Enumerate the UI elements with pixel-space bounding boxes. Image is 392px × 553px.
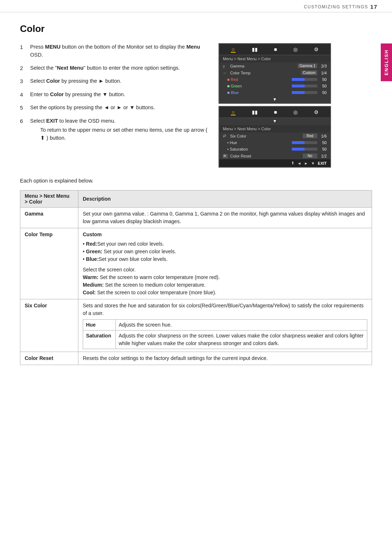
osd-left-nav-icon: ◄ xyxy=(297,161,301,165)
table-desc-colortemp: Custom • Red:Set your own red color leve… xyxy=(78,228,372,299)
osd-down-arrow-icon: ▼ xyxy=(273,97,277,102)
osd2-settings-icon: ⚙ xyxy=(314,109,319,115)
table-desc-gamma: Set your own gamma value. : Gamma 0, Gam… xyxy=(78,208,372,228)
step-subtext: To return to the upper menu or set other… xyxy=(40,126,208,142)
osd-top-bar-1: ☼ ▮▮ ■ ◎ ⚙ xyxy=(219,44,330,55)
table-row-sixcolor: Six Color Sets and stores the hue and sa… xyxy=(20,299,372,352)
step-3: 3 Select Color by pressing the ► button. xyxy=(20,77,208,86)
osd1-green-row: ■ Green 50 xyxy=(219,83,330,89)
osd-up-nav-icon: ⬆ xyxy=(291,161,294,165)
nested-saturation-value: Adjusts the color sharpness on the scree… xyxy=(116,331,367,349)
osd-right-nav-icon: ► xyxy=(304,161,308,165)
language-tab: ENGLISH xyxy=(381,44,392,81)
step-1: 1 Press MENU button on the bottom of the… xyxy=(20,43,208,59)
osd1-breadcrumb: Menu > Next Menu > Color xyxy=(219,55,330,62)
options-table: Menu > Next Menu > Color Description Gam… xyxy=(20,190,372,365)
step-6: 6 Select EXIT to leave the OSD menu. To … xyxy=(20,117,208,142)
osd2-sixcolor-row: ⇄ Six Color Red 1/6 xyxy=(219,132,330,139)
osd2-up-divider: ▲ xyxy=(219,118,330,125)
screenshot-column: ☼ ▮▮ ■ ◎ ⚙ Menu > Next Menu > Color γ Ga… xyxy=(219,43,372,168)
osd-screen-2: ☼ ▮▮ ■ ◎ ⚙ ▲ Menu > Next Menu > Color ⇄ … xyxy=(219,106,331,168)
osd1-divider: ▼ xyxy=(219,96,330,103)
table-col2-header: Description xyxy=(78,191,372,208)
osd1-blue-row: ■ Blue 50 xyxy=(219,89,330,96)
osd-target-icon: ◎ xyxy=(293,46,298,52)
table-row-colortemp: Color Temp Custom • Red:Set your own red… xyxy=(20,228,372,299)
osd-top-bar-2: ☼ ▮▮ ■ ◎ ⚙ xyxy=(219,107,330,118)
table-menu-gamma: Gamma xyxy=(20,208,78,228)
nested-hue-label: Hue xyxy=(83,320,116,331)
osd-brightness-icon: ☼ xyxy=(231,46,236,53)
table-desc-sixcolor: Sets and stores the hue and saturation f… xyxy=(78,299,372,352)
nested-hue-value: Adjusts the screen hue. xyxy=(116,320,367,331)
table-row-colorreset: Color Reset Resets the color settings to… xyxy=(20,352,372,365)
osd-down-nav-icon: ▼ xyxy=(311,161,315,165)
table-row-saturation: Saturation Adjusts the color sharpness o… xyxy=(83,331,367,349)
instructions-column: 1 Press MENU button on the bottom of the… xyxy=(20,43,208,168)
nested-saturation-label: Saturation xyxy=(83,331,116,349)
osd-menu-icon: ▮▮ xyxy=(252,46,258,52)
section-title: CUSTOMIZING SETTINGS xyxy=(304,4,368,9)
step-4: 4 Enter to Color by pressing the ▼ butto… xyxy=(20,91,208,99)
table-col1-header: Menu > Next Menu > Color xyxy=(20,191,78,208)
two-column-layout: 1 Press MENU button on the bottom of the… xyxy=(20,43,372,168)
osd2-hue-row: • Hue 50 xyxy=(219,139,330,146)
step-2: 2 Select the "Next Menu" button to enter… xyxy=(20,64,208,73)
table-row-gamma: Gamma Set your own gamma value. : Gamma … xyxy=(20,208,372,228)
osd1-gamma-row: γ Gamma Gamma 1 2/3 xyxy=(219,62,330,69)
steps-list: 1 Press MENU button on the bottom of the… xyxy=(20,43,208,142)
osd2-breadcrumb: Menu > Next Menu > Color xyxy=(219,125,330,132)
osd-up-arrow-icon: ▲ xyxy=(273,119,277,124)
osd-screen-1: ☼ ▮▮ ■ ◎ ⚙ Menu > Next Menu > Color γ Ga… xyxy=(219,43,331,104)
osd2-menu-icon: ▮▮ xyxy=(252,109,258,115)
osd-square-icon: ■ xyxy=(274,46,277,52)
osd-exit-button: EXIT xyxy=(318,161,327,165)
osd2-square-icon: ■ xyxy=(274,109,277,115)
osd-settings-icon: ⚙ xyxy=(314,46,319,52)
table-menu-colorreset: Color Reset xyxy=(20,352,78,365)
osd2-bottom-bar: ⬆ ◄ ► ▼ EXIT xyxy=(219,159,330,167)
osd2-target-icon: ◎ xyxy=(293,109,298,115)
osd1-colortemp-row: ↔ Color Temp Custom 1/4 xyxy=(219,69,330,76)
table-menu-colortemp: Color Temp xyxy=(20,228,78,299)
step-5: 5 Set the options by pressing the ◄ or ►… xyxy=(20,104,208,112)
table-row-hue: Hue Adjusts the screen hue. xyxy=(83,320,367,331)
page-number: 17 xyxy=(370,4,377,10)
osd2-colorreset-row: R Color Reset No 1/2 xyxy=(219,152,330,159)
osd2-brightness-icon: ☼ xyxy=(231,109,236,115)
main-content: Color 1 Press MENU button on the bottom … xyxy=(0,12,392,376)
page-header: CUSTOMIZING SETTINGS 17 xyxy=(0,0,392,12)
table-desc-colorreset: Resets the color settings to the factory… xyxy=(78,352,372,365)
table-menu-sixcolor: Six Color xyxy=(20,299,78,352)
sixcolor-nested-table: Hue Adjusts the screen hue. Saturation A… xyxy=(83,319,367,349)
each-option-label: Each option is explained below. xyxy=(20,178,372,184)
page-title: Color xyxy=(20,23,372,34)
osd2-saturation-row: • Saturation 50 xyxy=(219,146,330,152)
osd1-red-row: ■ Red 50 xyxy=(219,76,330,83)
